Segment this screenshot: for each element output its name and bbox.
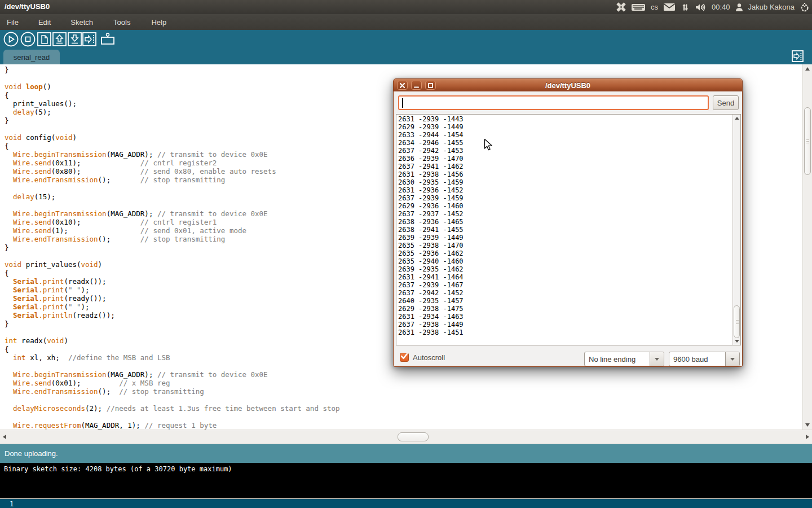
- menu-help[interactable]: Help: [144, 15, 173, 29]
- serial-vertical-scrollbar[interactable]: [732, 115, 740, 345]
- tab-serial-read[interactable]: serial_read: [3, 50, 60, 64]
- x-badge-icon[interactable]: [616, 2, 626, 12]
- editor-vertical-scrollbar[interactable]: [802, 64, 812, 430]
- serial-window-title: /dev/ttyUSB0: [394, 81, 742, 90]
- menu-file[interactable]: File: [0, 15, 25, 29]
- verify-icon[interactable]: [3, 32, 19, 47]
- line-ending-dropdown[interactable]: No line ending: [584, 352, 664, 366]
- mouse-cursor-icon: [484, 139, 493, 154]
- user-icon[interactable]: [735, 3, 743, 12]
- editor-hscroll-handle[interactable]: [398, 432, 429, 441]
- serial-bottom-bar: Autoscroll No line ending 9600 baud: [394, 350, 742, 366]
- updown-arrows-icon[interactable]: [681, 3, 690, 12]
- chevron-down-icon[interactable]: [725, 352, 739, 366]
- system-tray: cs 00:40 Jakub Kakona: [616, 0, 810, 14]
- username-label[interactable]: Jakub Kakona: [748, 3, 795, 11]
- autoscroll-checkbox[interactable]: [400, 353, 409, 362]
- maximize-icon[interactable]: [425, 81, 436, 90]
- menu-sketch[interactable]: Sketch: [64, 15, 100, 29]
- menu-edit[interactable]: Edit: [32, 15, 58, 29]
- tab-label: serial_read: [14, 53, 50, 62]
- send-button[interactable]: Send: [713, 95, 739, 110]
- scroll-down-icon[interactable]: [735, 340, 739, 343]
- line-number: 1: [10, 500, 14, 508]
- scroll-left-icon[interactable]: [3, 435, 6, 439]
- baud-rate-value: 9600 baud: [669, 352, 725, 366]
- status-message: Done uploading.: [5, 449, 58, 458]
- serial-output-text: 2631 -2939 -1443 2629 -2939 -1449 2633 -…: [398, 115, 464, 336]
- toolbar: [0, 30, 812, 49]
- new-sketch-icon[interactable]: [37, 32, 52, 47]
- upload-icon[interactable]: [82, 32, 98, 47]
- tab-bar: serial_read: [0, 49, 812, 64]
- window-title: /dev/ttyUSB0: [5, 2, 50, 11]
- serial-monitor-window: /dev/ttyUSB0 Send 2631 -2939 -1443 2629 …: [393, 78, 743, 367]
- status-bar: Done uploading.: [0, 444, 812, 463]
- chevron-down-icon[interactable]: [650, 352, 664, 366]
- clock-label[interactable]: 00:40: [712, 3, 730, 11]
- volume-icon[interactable]: [695, 3, 707, 12]
- system-panel: /dev/ttyUSB0 cs 00:40 Jakub Kakona: [0, 0, 812, 14]
- editor-scroll-handle[interactable]: [804, 107, 811, 175]
- scroll-up-icon[interactable]: [805, 67, 810, 71]
- editor-footer: 1: [0, 498, 812, 508]
- session-gear-icon[interactable]: [800, 2, 810, 12]
- serial-output[interactable]: 2631 -2939 -1443 2629 -2939 -1449 2633 -…: [396, 114, 741, 345]
- screen: /dev/ttyUSB0 cs 00:40 Jakub Kakona: [0, 0, 812, 508]
- code-text: } void loop(){ print_values(); delay(5);…: [5, 65, 340, 430]
- console-output: Binary sketch size: 4208 bytes (of a 307…: [0, 463, 812, 498]
- mail-icon[interactable]: [663, 3, 676, 11]
- save-icon[interactable]: [68, 32, 83, 47]
- close-icon[interactable]: [397, 81, 408, 90]
- keyboard-layout-label[interactable]: cs: [651, 3, 658, 11]
- serial-scroll-handle[interactable]: [734, 305, 740, 338]
- serial-monitor-icon[interactable]: [100, 32, 116, 47]
- editor-horizontal-scrollbar[interactable]: [0, 430, 812, 444]
- autoscroll-label[interactable]: Autoscroll: [413, 353, 445, 362]
- minimize-icon[interactable]: [411, 81, 422, 90]
- scroll-down-icon[interactable]: [805, 423, 810, 427]
- serial-input[interactable]: [398, 95, 709, 110]
- tab-menu-icon[interactable]: [792, 50, 804, 62]
- keyboard-icon[interactable]: [631, 3, 646, 12]
- line-ending-value: No line ending: [585, 352, 650, 366]
- console-text: Binary sketch size: 4208 bytes (of a 307…: [4, 465, 232, 473]
- serial-window-titlebar[interactable]: /dev/ttyUSB0: [394, 79, 742, 91]
- menubar: File Edit Sketch Tools Help: [0, 14, 812, 30]
- open-icon[interactable]: [52, 32, 68, 47]
- stop-icon[interactable]: [20, 32, 36, 47]
- menu-tools[interactable]: Tools: [107, 15, 137, 29]
- serial-window-body: Send 2631 -2939 -1443 2629 -2939 -1449 2…: [394, 91, 742, 366]
- scroll-right-icon[interactable]: [806, 435, 809, 439]
- send-label: Send: [717, 99, 734, 107]
- scroll-up-icon[interactable]: [735, 117, 739, 120]
- baud-rate-dropdown[interactable]: 9600 baud: [669, 352, 740, 366]
- text-caret: [402, 98, 403, 108]
